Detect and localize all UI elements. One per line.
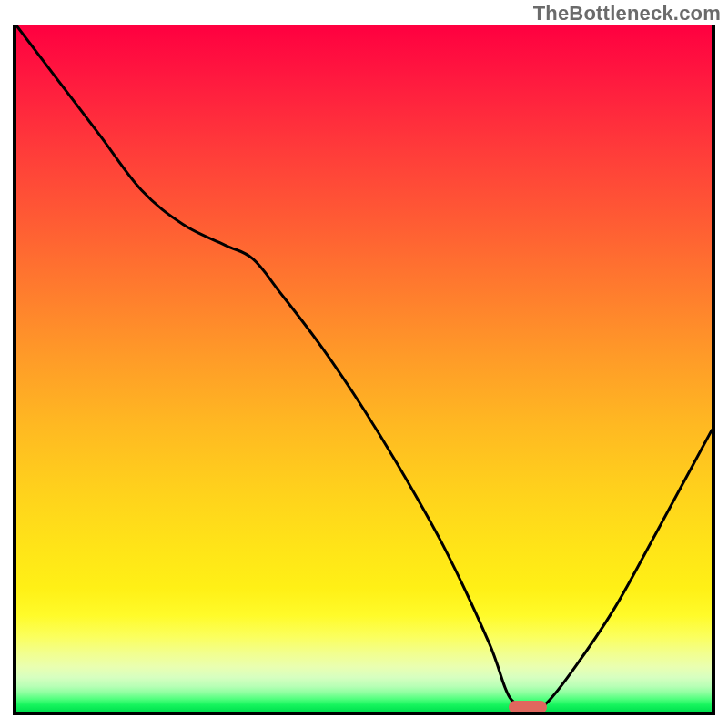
- plot-frame: [13, 25, 715, 715]
- watermark-label: TheBottleneck.com: [533, 2, 721, 25]
- chart-container: TheBottleneck.com: [0, 0, 728, 728]
- bottleneck-curve: [16, 25, 712, 712]
- optimal-marker: [509, 701, 547, 713]
